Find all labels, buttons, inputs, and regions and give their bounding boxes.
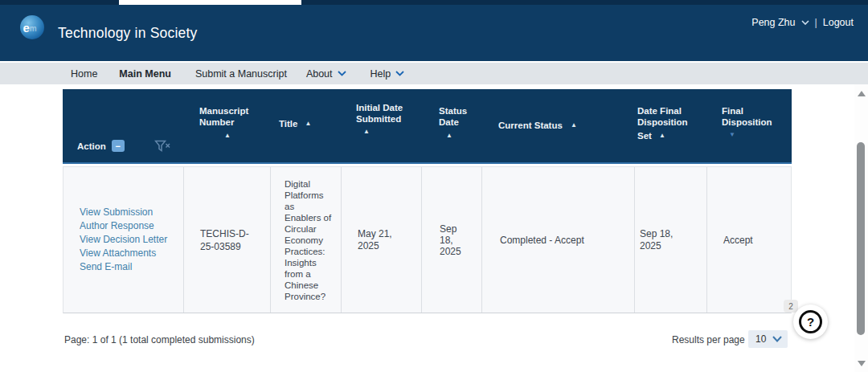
sort-ascending-icon: ▲ — [224, 132, 260, 140]
logo-letter-m: m — [30, 25, 37, 33]
column-header-label: Initial Date Submitted — [356, 103, 403, 124]
sort-ascending-icon: ▲ — [363, 128, 404, 136]
column-header-title[interactable]: Title ▲ — [269, 89, 340, 162]
column-header-action: Action − — [63, 89, 182, 162]
column-header-final-disposition[interactable]: Final Disposition ▼ — [706, 89, 792, 162]
cell-action-links: View Submission Author Response View Dec… — [63, 167, 183, 313]
help-notification-badge: 2 — [784, 300, 798, 313]
column-header-label-set: Set — [637, 130, 652, 141]
cell-date-final-disposition-set: Sep 18, 2025 — [634, 167, 706, 313]
nav-item-main-menu[interactable]: Main Menu — [119, 68, 171, 80]
view-attachments-link[interactable]: View Attachments — [80, 247, 183, 260]
nav-item-help-label: Help — [371, 68, 391, 80]
column-header-manuscript-number[interactable]: Manuscript Number ▲ — [182, 89, 269, 162]
column-header-initial-date-submitted[interactable]: Initial Date Submitted ▲ — [340, 89, 420, 162]
column-header-label: Manuscript Number — [199, 106, 248, 127]
logout-link[interactable]: Logout — [823, 17, 854, 28]
app-header: e m Technology in Society Peng Zhu | Log… — [0, 5, 868, 61]
send-email-link[interactable]: Send E-mail — [80, 260, 183, 274]
user-menu[interactable]: Peng Zhu — [751, 17, 795, 28]
cell-current-status: Completed - Accept — [481, 167, 634, 313]
vertical-scrollbar — [854, 84, 868, 372]
scroll-down-arrow-icon[interactable] — [858, 361, 866, 366]
view-decision-letter-link[interactable]: View Decision Letter — [80, 233, 183, 247]
column-header-label: Title — [279, 118, 297, 129]
page-info: Page: 1 of 1 (1 total completed submissi… — [64, 334, 255, 345]
chevron-down-icon — [338, 71, 346, 76]
editorial-manager-logo-icon: e m — [20, 15, 44, 39]
chevron-down-icon — [772, 336, 782, 342]
main-nav: Home Main Menu Submit a Manuscript About… — [0, 61, 868, 84]
column-header-label: Status Date — [439, 106, 467, 127]
column-header-label: Current Status — [498, 120, 563, 131]
cell-initial-date-submitted: May 21, 2025 — [341, 167, 421, 313]
account-divider: | — [815, 17, 817, 28]
cell-status-date: Sep 18, 2025 — [421, 167, 481, 313]
minus-icon: − — [116, 141, 121, 152]
column-header-current-status[interactable]: Current Status ▲ — [481, 89, 633, 162]
nav-item-home[interactable]: Home — [71, 68, 97, 80]
title-value: Digital Platforms as Enablers of Circula… — [285, 178, 332, 302]
sort-ascending-icon: ▲ — [305, 120, 311, 128]
scrollbar-thumb[interactable] — [857, 142, 865, 335]
view-submission-link[interactable]: View Submission — [80, 206, 183, 219]
cell-title: Digital Platforms as Enablers of Circula… — [270, 167, 341, 313]
column-header-label: Date Final Disposition — [637, 106, 688, 127]
manuscript-number-value: TECHIS-D-25-03589 — [200, 227, 256, 253]
nav-item-submit-manuscript[interactable]: Submit a Manuscript — [195, 68, 287, 80]
help-button[interactable]: ? — [793, 305, 828, 339]
current-status-value: Completed - Accept — [500, 235, 634, 246]
sort-ascending-icon: ▲ — [571, 121, 577, 129]
sort-ascending-icon: ▲ — [446, 132, 473, 140]
nav-item-help[interactable]: Help — [371, 68, 405, 80]
journal-title: Technology in Society — [58, 25, 197, 42]
completed-submissions-table: Action − Manuscript Number ▲ Title ▲ Ini… — [63, 89, 792, 313]
column-header-action-label: Action — [77, 141, 106, 152]
sort-descending-icon: ▼ — [729, 131, 775, 139]
collapse-column-button[interactable]: − — [112, 140, 125, 152]
scroll-up-arrow-icon[interactable] — [858, 91, 866, 96]
results-per-page-label: Results per page — [672, 334, 745, 345]
column-header-label: Final Disposition — [722, 106, 772, 127]
column-header-status-date[interactable]: Status Date ▲ — [420, 89, 481, 162]
table-header-row: Action − Manuscript Number ▲ Title ▲ Ini… — [63, 89, 792, 164]
question-mark-glyph: ? — [807, 315, 814, 329]
status-date-value: Sep 18, 2025 — [440, 223, 470, 257]
chevron-down-icon[interactable] — [801, 20, 809, 25]
initial-date-value: May 21, 2025 — [358, 228, 409, 252]
final-disposition-value: Accept — [723, 235, 792, 246]
results-per-page-value: 10 — [755, 333, 766, 345]
results-per-page-select[interactable]: 10 — [748, 330, 788, 348]
account-bar: Peng Zhu | Logout — [751, 17, 854, 28]
cell-manuscript-number: TECHIS-D-25-03589 — [183, 167, 270, 313]
column-header-date-final-disposition-set[interactable]: Date Final Disposition Set ▲ — [633, 89, 706, 162]
clear-filter-icon[interactable] — [154, 140, 171, 153]
table-row: View Submission Author Response View Dec… — [63, 166, 792, 313]
author-response-link[interactable]: Author Response — [80, 219, 183, 233]
nav-item-about[interactable]: About — [306, 68, 346, 80]
nav-item-about-label: About — [306, 68, 333, 80]
sort-ascending-icon: ▲ — [659, 132, 665, 140]
logo-letter: e — [23, 22, 29, 34]
chevron-down-icon — [395, 71, 404, 76]
date-final-disposition-value: Sep 18, 2025 — [640, 228, 682, 252]
question-mark-icon: ? — [799, 310, 822, 333]
cell-final-disposition: Accept — [706, 167, 792, 313]
